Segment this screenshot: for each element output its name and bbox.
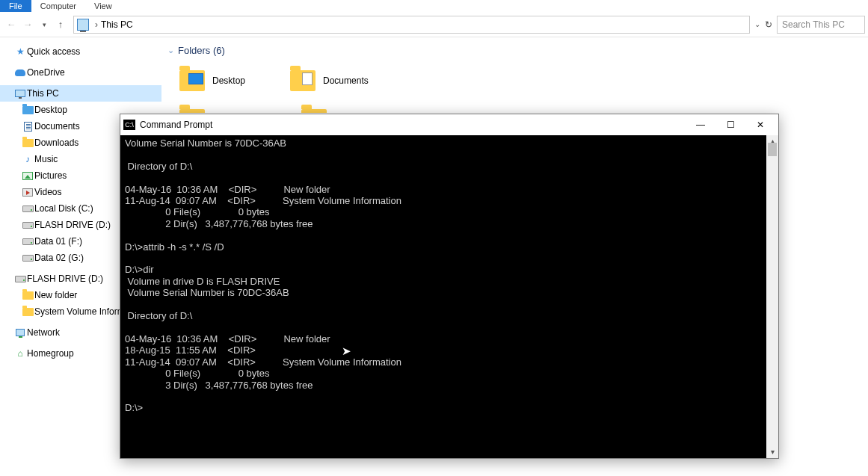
sidebar-item-label: Local Disk (C:) [34, 203, 93, 214]
folder-label: Desktop [212, 75, 245, 86]
sidebar-item-label: New folder [34, 290, 77, 300]
search-placeholder: Search This PC [782, 19, 845, 30]
monitor-icon [13, 87, 27, 99]
nav-recent-dropdown[interactable]: ▾ [36, 16, 52, 33]
homegroup-icon: ⌂ [13, 347, 27, 359]
folder-music-partial[interactable]: Music [301, 101, 357, 113]
video-icon [21, 186, 34, 198]
this-pc-icon [77, 19, 89, 31]
menu-bar: File Computer View [0, 0, 868, 12]
search-input[interactable]: Search This PC [777, 16, 865, 34]
folder-icon [21, 104, 34, 116]
sidebar-item-label: Desktop [34, 105, 67, 115]
maximize-button[interactable]: ☐ [715, 114, 745, 135]
sidebar-item-label: OneDrive [27, 67, 65, 78]
drive-icon [21, 235, 34, 247]
network-icon [13, 327, 27, 339]
star-icon: ★ [13, 46, 27, 58]
sidebar-item-label: FLASH DRIVE (D:) [27, 273, 103, 284]
sidebar-item-label: Documents [34, 121, 80, 132]
scroll-thumb[interactable] [768, 143, 777, 156]
cmd-text: Volume Serial Number is 70DC-36AB Direct… [125, 137, 401, 413]
sidebar-item-label: Downloads [34, 137, 79, 148]
chevron-right-icon: › [95, 19, 98, 30]
close-button[interactable]: ✕ [745, 114, 775, 135]
address-bar[interactable]: › This PC [73, 16, 750, 34]
folder-icon [21, 306, 34, 318]
music-icon: ♪ [21, 153, 34, 165]
nav-back-button[interactable]: ← [3, 16, 19, 33]
sidebar-item-label: Data 01 (F:) [34, 236, 82, 247]
folder-icon [290, 70, 316, 91]
sidebar-quick-access[interactable]: ★ Quick access [0, 43, 161, 60]
document-icon [21, 120, 34, 132]
minimize-button[interactable]: — [686, 114, 715, 135]
folder-icon [179, 70, 205, 91]
nav-forward-button[interactable]: → [19, 16, 36, 33]
drive-icon [21, 219, 34, 231]
cmd-scrollbar[interactable]: ▴ ▾ [766, 135, 778, 458]
sidebar-item-label: Music [34, 154, 58, 164]
sidebar-item-label: Data 02 (G:) [34, 253, 84, 263]
group-label: Folders (6) [178, 45, 225, 56]
sidebar-item-label: Quick access [27, 46, 80, 57]
sidebar-item-label: Homegroup [27, 348, 74, 359]
cmd-title-text: Command Prompt [140, 120, 686, 130]
folder-icon [179, 109, 205, 113]
cmd-title-bar[interactable]: C:\ Command Prompt — ☐ ✕ [120, 114, 778, 135]
folder-label: Documents [323, 75, 369, 86]
sidebar-item-label: Pictures [34, 170, 67, 181]
menu-file[interactable]: File [0, 0, 31, 12]
sidebar-item-label: FLASH DRIVE (D:) [34, 220, 111, 230]
drive-icon [21, 252, 34, 264]
cmd-output[interactable]: Volume Serial Number is 70DC-36AB Direct… [120, 135, 778, 458]
folder-icon [301, 109, 327, 113]
folders-group-header[interactable]: ⌄ Folders (6) [167, 45, 868, 56]
mouse-cursor-icon: ➤ [342, 346, 351, 356]
folder-documents[interactable]: Documents [290, 62, 369, 99]
sidebar-item-label: This PC [27, 88, 59, 99]
drive-icon [13, 273, 27, 285]
nav-up-button[interactable]: ↑ [52, 16, 69, 33]
folder-icon [21, 137, 34, 149]
refresh-button[interactable]: ↻ [765, 19, 772, 30]
folder-desktop[interactable]: Desktop [179, 62, 245, 99]
folder-downloads-partial[interactable]: Downloads [179, 101, 256, 113]
scroll-down-icon[interactable]: ▾ [766, 446, 778, 458]
command-prompt-window[interactable]: C:\ Command Prompt — ☐ ✕ Volume Serial N… [120, 114, 779, 459]
address-history-dropdown[interactable]: ⌄ [754, 20, 760, 28]
sidebar-item-label: Network [27, 327, 60, 338]
folder-icon [21, 289, 34, 301]
chevron-down-icon: ⌄ [167, 46, 174, 55]
cmd-icon: C:\ [123, 120, 135, 130]
sidebar-this-pc[interactable]: This PC [0, 85, 161, 102]
picture-icon [21, 170, 34, 182]
drive-icon [21, 203, 34, 214]
cloud-icon [13, 67, 27, 78]
address-location: This PC [101, 19, 133, 30]
address-bar-row: ← → ▾ ↑ › This PC ⌄ ↻ Search This PC [0, 12, 868, 37]
sidebar-item-label: Videos [34, 187, 61, 197]
sidebar-onedrive[interactable]: OneDrive [0, 64, 161, 81]
menu-computer[interactable]: Computer [31, 0, 85, 12]
menu-view[interactable]: View [85, 0, 121, 12]
